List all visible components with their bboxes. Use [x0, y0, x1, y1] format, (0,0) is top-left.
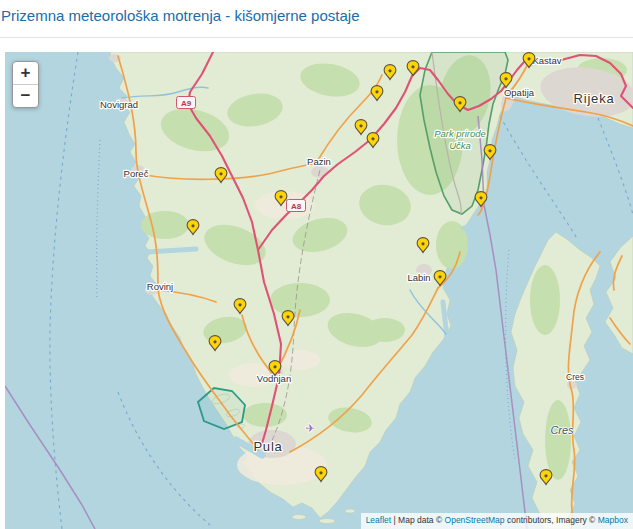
attribution-mapdata-text: Map data © — [398, 515, 444, 525]
map-label-kastav: Kastav — [532, 55, 561, 66]
attribution-contributors-text: contributors, Imagery © — [505, 515, 598, 525]
map-attribution: Leaflet | Map data © OpenStreetMap contr… — [361, 513, 633, 529]
map-label-airport: ✈ — [305, 422, 314, 434]
map-label-pula: Pula — [253, 439, 282, 454]
map-label-novigrad: Novigrad — [100, 99, 138, 110]
map-label-labin: Labin — [407, 272, 430, 283]
map-svg[interactable]: A9A8 NovigradPorečPazinRovinjVodnjanLabi… — [5, 52, 633, 529]
page-title: Prizemna meteorološka motrenja - kišomje… — [1, 7, 359, 24]
road-shield-label-a9: A9 — [181, 99, 192, 108]
map-label-porec: Poreč — [124, 168, 149, 179]
map-label-rovinj: Rovinj — [147, 281, 173, 292]
zoom-out-button[interactable]: − — [13, 85, 38, 107]
leaflet-link[interactable]: Leaflet — [366, 515, 392, 525]
title-divider — [0, 37, 633, 38]
map-label-park-ucka-2: Učka — [449, 140, 471, 151]
map-label-rijeka: Rijeka — [574, 91, 615, 106]
road-shield-label-a8: A8 — [291, 202, 302, 211]
mapbox-link[interactable]: Mapbox — [598, 515, 628, 525]
map-label-cres-town: Cres — [566, 372, 584, 382]
openstreetmap-link[interactable]: OpenStreetMap — [445, 515, 505, 525]
zoom-control: + − — [12, 61, 39, 108]
map-label-opatija: Opatija — [504, 87, 535, 98]
map-label-cres-island: Cres — [550, 424, 574, 436]
map-container[interactable]: A9A8 NovigradPorečPazinRovinjVodnjanLabi… — [5, 52, 633, 529]
map-label-pazin: Pazin — [307, 156, 331, 167]
map-label-park-ucka-1: Park prirode — [434, 128, 486, 139]
zoom-in-button[interactable]: + — [13, 62, 38, 85]
